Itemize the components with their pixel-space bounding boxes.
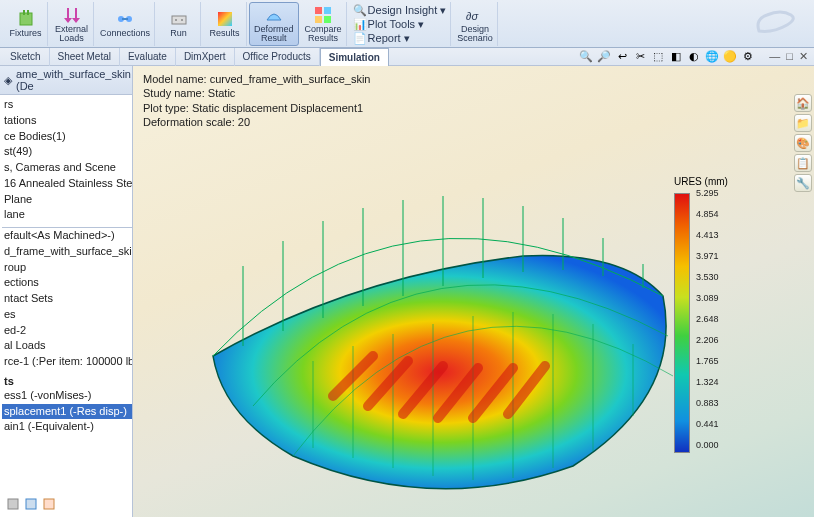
zoom-fit-icon[interactable]: 🔍 — [579, 50, 593, 64]
display-style-icon[interactable]: ◧ — [669, 50, 683, 64]
dropdown-icon: ▾ — [404, 32, 410, 45]
study-tab-icon[interactable] — [24, 497, 38, 511]
graphics-viewport[interactable]: Model name: curved_frame_with_surface_sk… — [133, 66, 814, 517]
tree-node[interactable]: s, Cameras and Scene — [2, 160, 132, 176]
tab-sheet-metal[interactable]: Sheet Metal — [50, 48, 120, 66]
svg-rect-15 — [8, 499, 18, 509]
external-loads-button[interactable]: External Loads — [50, 2, 94, 46]
design-scenario-button[interactable]: ∂σ Design Scenario — [453, 2, 498, 46]
compare-results-button[interactable]: Compare Results — [301, 2, 347, 46]
prev-view-icon[interactable]: ↩ — [615, 50, 629, 64]
zoom-area-icon[interactable]: 🔎 — [597, 50, 611, 64]
window-controls: — □ ✕ — [763, 50, 814, 63]
report-button[interactable]: 📄Report▾ — [353, 31, 447, 45]
tree-node[interactable]: efault<As Machined>-) — [2, 228, 132, 244]
results-tab-icon[interactable] — [42, 497, 56, 511]
deformed-result-button[interactable]: Deformed Result — [249, 2, 299, 46]
connections-button[interactable]: Connections — [96, 2, 155, 46]
tab-simulation[interactable]: Simulation — [320, 48, 389, 66]
tree-node[interactable]: es — [2, 307, 132, 323]
displacement-plot — [153, 96, 713, 516]
maximize-button[interactable]: □ — [786, 50, 793, 63]
run-button[interactable]: Run — [157, 2, 201, 46]
custom-props-icon[interactable]: 📋 — [794, 154, 812, 172]
tree-node[interactable]: ntact Sets — [2, 291, 132, 307]
plot-tools-icon: 📊 — [353, 18, 365, 30]
model-tab-icon[interactable] — [6, 497, 20, 511]
svg-rect-1 — [23, 10, 25, 15]
appearances-icon[interactable]: 🎨 — [794, 134, 812, 152]
minimize-button[interactable]: — — [769, 50, 780, 63]
info-model: Model name: curved_frame_with_surface_sk… — [143, 72, 370, 86]
tree-node[interactable]: ed-2 — [2, 323, 132, 339]
ds-logo — [746, 2, 806, 42]
compare-icon — [314, 6, 332, 24]
svg-rect-11 — [324, 7, 331, 14]
tree-node[interactable]: rs — [2, 97, 132, 113]
svg-rect-2 — [27, 10, 29, 15]
results-section[interactable]: ts — [2, 374, 132, 388]
tree-node[interactable]: 16 Annealed Stainless Steel — [2, 176, 132, 192]
main-area: ◈ ame_with_surface_skin (De ▸ rs tations… — [0, 66, 814, 517]
appearance-icon[interactable]: 🟡 — [723, 50, 737, 64]
section-view-icon[interactable]: ✂ — [633, 50, 647, 64]
tree-node-strain[interactable]: ain1 (-Equivalent-) — [2, 419, 132, 435]
part-icon: ◈ — [4, 74, 12, 87]
settings-icon[interactable]: ⚙ — [741, 50, 755, 64]
tree-node[interactable]: ections — [2, 275, 132, 291]
svg-text:∂σ: ∂σ — [466, 10, 478, 22]
svg-rect-17 — [44, 499, 54, 509]
plot-tools-stack: 🔍Design Insight▾ 📊Plot Tools▾ 📄Report▾ — [349, 2, 452, 46]
resources-icon[interactable]: 🔧 — [794, 174, 812, 192]
tree-node[interactable]: lane — [2, 207, 132, 223]
command-tabs: Sketch Sheet Metal Evaluate DimXpert Off… — [0, 48, 814, 66]
tree-node[interactable]: ce Bodies(1) — [2, 129, 132, 145]
deformed-icon — [265, 6, 283, 24]
tab-sketch[interactable]: Sketch — [2, 48, 50, 66]
design-insight-button[interactable]: 🔍Design Insight▾ — [353, 3, 447, 17]
tab-dimxpert[interactable]: DimXpert — [176, 48, 235, 66]
feature-tree[interactable]: rs tations ce Bodies(1) st(49) s, Camera… — [0, 95, 132, 437]
tree-node[interactable]: st(49) — [2, 144, 132, 160]
svg-rect-10 — [315, 7, 322, 14]
scene-icon[interactable]: 🌐 — [705, 50, 719, 64]
legend-title: URES (mm) — [674, 176, 754, 187]
view-orient-icon[interactable]: ⬚ — [651, 50, 665, 64]
tree-header[interactable]: ◈ ame_with_surface_skin (De ▸ — [0, 66, 132, 95]
svg-rect-5 — [122, 18, 128, 20]
tree-node[interactable]: roup — [2, 260, 132, 276]
color-legend: URES (mm) 5.295 4.854 4.413 3.971 3.530 … — [674, 176, 754, 453]
design-insight-icon: 🔍 — [353, 4, 365, 16]
tab-office-products[interactable]: Office Products — [235, 48, 320, 66]
tab-evaluate[interactable]: Evaluate — [120, 48, 176, 66]
svg-rect-6 — [172, 16, 186, 24]
svg-point-7 — [175, 19, 177, 21]
hide-show-icon[interactable]: ◐ — [687, 50, 701, 64]
run-icon — [170, 10, 188, 28]
plot-tools-button[interactable]: 📊Plot Tools▾ — [353, 17, 447, 31]
tree-node[interactable]: d_frame_with_surface_skin — [2, 244, 132, 260]
dropdown-icon: ▾ — [418, 18, 424, 31]
legend-bar — [674, 193, 690, 453]
home-icon[interactable]: 🏠 — [794, 94, 812, 112]
results-button[interactable]: Results — [203, 2, 247, 46]
tree-node-stress[interactable]: ess1 (-vonMises-) — [2, 388, 132, 404]
fixtures-button[interactable]: Fixtures — [4, 2, 48, 46]
close-button[interactable]: ✕ — [799, 50, 808, 63]
tree-node[interactable]: Plane — [2, 192, 132, 208]
fixture-icon — [17, 10, 35, 28]
tree-node[interactable]: rce-1 (:Per item: 100000 lbf:) — [2, 354, 132, 370]
design-scenario-icon: ∂σ — [466, 6, 484, 24]
external-loads-icon — [63, 6, 81, 24]
tree-node[interactable]: al Loads — [2, 338, 132, 354]
report-icon: 📄 — [353, 32, 365, 44]
ribbon-toolbar: Fixtures External Loads Connections Run … — [0, 0, 814, 48]
svg-rect-0 — [20, 13, 32, 25]
tree-node[interactable]: tations — [2, 113, 132, 129]
tree-node-displacement[interactable]: splacement1 (-Res disp-) — [2, 404, 132, 420]
results-icon — [216, 10, 234, 28]
connections-icon — [116, 10, 134, 28]
feature-tree-panel: ◈ ame_with_surface_skin (De ▸ rs tations… — [0, 66, 133, 517]
dropdown-icon: ▾ — [440, 4, 446, 17]
library-icon[interactable]: 📁 — [794, 114, 812, 132]
